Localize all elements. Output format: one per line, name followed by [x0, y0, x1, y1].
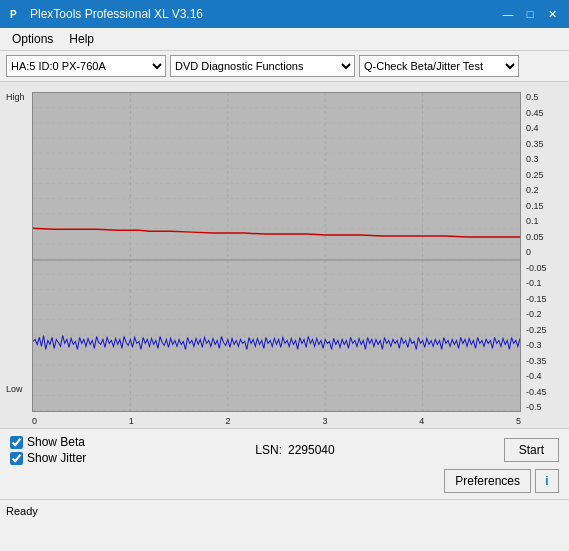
title-bar: P PlexTools Professional XL V3.16 — □ ✕	[0, 0, 569, 28]
title-controls: — □ ✕	[499, 5, 561, 23]
app-icon: P	[8, 6, 24, 22]
lsn-area: LSN: 2295040	[255, 443, 334, 457]
title-text: PlexTools Professional XL V3.16	[30, 7, 203, 21]
show-jitter-item: Show Jitter	[10, 451, 86, 465]
bottom-row2: Preferences i	[10, 469, 559, 493]
checkboxes: Show Beta Show Jitter	[10, 435, 86, 465]
chart-container: High Low 0.5 0.45 0.4 0.35 0.3 0.25 0.2 …	[0, 82, 569, 428]
preferences-button[interactable]: Preferences	[444, 469, 531, 493]
x-axis-labels: 0 1 2 3 4 5	[32, 416, 521, 426]
svg-text:P: P	[10, 9, 17, 20]
show-beta-checkbox[interactable]	[10, 436, 23, 449]
show-jitter-checkbox[interactable]	[10, 452, 23, 465]
lsn-value: 2295040	[288, 443, 335, 457]
info-button[interactable]: i	[535, 469, 559, 493]
close-button[interactable]: ✕	[543, 5, 561, 23]
drive-select[interactable]: HA:5 ID:0 PX-760A	[6, 55, 166, 77]
bottom-panel: Show Beta Show Jitter LSN: 2295040 Start…	[0, 428, 569, 499]
pref-info-row: Preferences i	[444, 469, 559, 493]
high-label: High	[6, 92, 25, 102]
bottom-row1: Show Beta Show Jitter LSN: 2295040 Start	[10, 435, 559, 465]
menu-help[interactable]: Help	[61, 30, 102, 48]
test-select[interactable]: Q-Check Beta/Jitter Test	[359, 55, 519, 77]
menu-options[interactable]: Options	[4, 30, 61, 48]
maximize-button[interactable]: □	[521, 5, 539, 23]
status-bar: Ready	[0, 499, 569, 521]
show-beta-label: Show Beta	[27, 435, 85, 449]
show-jitter-label: Show Jitter	[27, 451, 86, 465]
chart-svg	[33, 93, 520, 411]
start-button[interactable]: Start	[504, 438, 559, 462]
chart-plot	[32, 92, 521, 412]
status-text: Ready	[6, 505, 38, 517]
low-label: Low	[6, 384, 23, 394]
show-beta-item: Show Beta	[10, 435, 86, 449]
svg-rect-4	[33, 93, 520, 411]
function-select[interactable]: DVD Diagnostic Functions	[170, 55, 355, 77]
minimize-button[interactable]: —	[499, 5, 517, 23]
menu-bar: Options Help	[0, 28, 569, 51]
y-axis-right: 0.5 0.45 0.4 0.35 0.3 0.25 0.2 0.15 0.1 …	[523, 92, 565, 412]
toolbar: HA:5 ID:0 PX-760A DVD Diagnostic Functio…	[0, 51, 569, 82]
lsn-label: LSN:	[255, 443, 282, 457]
